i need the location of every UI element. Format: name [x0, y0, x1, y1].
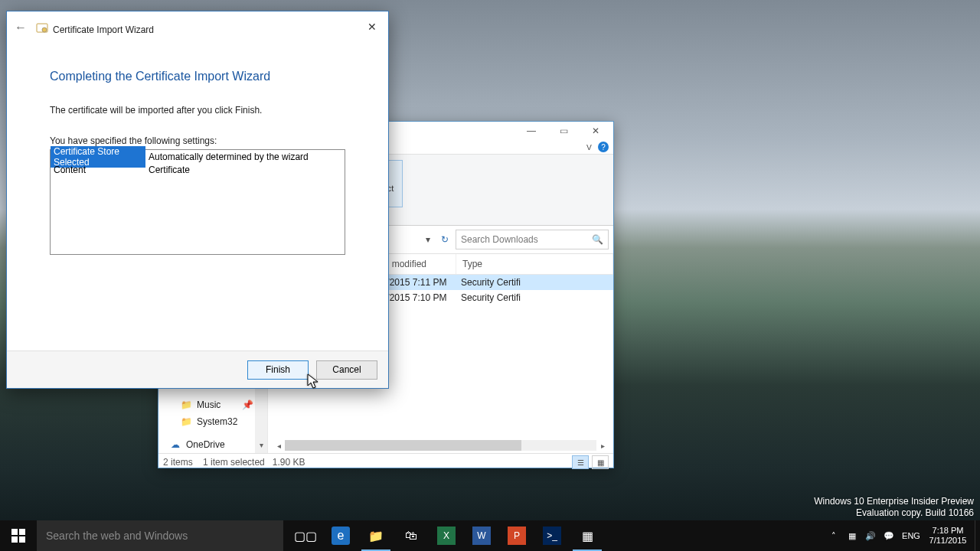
excel-icon: X — [437, 527, 456, 545]
settings-row[interactable]: Content Certificate — [51, 163, 345, 176]
details-view-button[interactable]: ☰ — [572, 455, 589, 469]
folder-icon: 📁 — [367, 527, 385, 545]
taskbar-word[interactable]: W — [464, 520, 499, 551]
icons-view-button[interactable]: ▦ — [592, 455, 609, 469]
edge-icon: e — [332, 527, 350, 545]
desktop-watermark: Windows 10 Enterprise Insider Preview Ev… — [814, 496, 974, 519]
taskbar-powerpoint[interactable]: P — [499, 520, 534, 551]
nav-item-system32[interactable]: 📁 System32 — [158, 413, 267, 430]
status-bar: 2 items 1 item selected 1.90 KB ☰ ▦ — [158, 453, 613, 471]
finish-button[interactable]: Finish — [247, 360, 309, 380]
desktop: — ▭ ✕ ᐯ ? me▾ — [0, 0, 980, 551]
task-view-button[interactable]: ▢▢ — [288, 520, 323, 551]
language-indicator[interactable]: ENG — [898, 520, 924, 551]
taskbar-store[interactable]: 🛍 — [394, 520, 429, 551]
wizard-title: Certificate Import Wizard — [36, 22, 154, 37]
address-dropdown-icon[interactable]: ▾ — [422, 234, 434, 245]
wizard-description: The certificate will be imported after y… — [50, 105, 345, 116]
close-button[interactable]: ✕ — [361, 18, 384, 36]
store-icon: 🛍 — [402, 527, 420, 545]
start-button[interactable] — [0, 520, 37, 551]
status-size: 1.90 KB — [273, 457, 305, 468]
taskbar-powershell[interactable]: >_ — [534, 520, 570, 551]
taskbar-search[interactable]: Search the web and Windows — [37, 520, 283, 551]
powerpoint-icon: P — [508, 527, 526, 545]
system-tray: ˄ ▦ 🔊 💬 ENG 7:18 PM 7/11/2015 — [825, 520, 980, 551]
nav-item-onedrive[interactable]: ☁ OneDrive — [158, 436, 267, 453]
wizard-settings-label: You have specified the following setting… — [50, 135, 345, 146]
certificate-icon — [36, 22, 48, 37]
cancel-button[interactable]: Cancel — [316, 360, 377, 380]
tray-overflow-icon[interactable]: ˄ — [825, 520, 843, 551]
show-desktop-button[interactable] — [975, 520, 980, 551]
svg-rect-8 — [11, 529, 18, 535]
svg-rect-10 — [11, 536, 18, 543]
folder-icon: 📁 — [180, 399, 192, 411]
network-icon[interactable]: ▦ — [843, 520, 861, 551]
taskbar-clock[interactable]: 7:18 PM 7/11/2015 — [924, 526, 972, 546]
minimize-button[interactable]: — — [515, 122, 547, 139]
svg-rect-11 — [19, 536, 25, 543]
maximize-button[interactable]: ▭ — [547, 122, 580, 139]
pin-icon: 📌 — [242, 399, 253, 410]
horizontal-scrollbar[interactable]: ◂▸ — [273, 439, 609, 452]
taskbar-edge[interactable]: e — [323, 520, 358, 551]
column-type[interactable]: Type — [456, 254, 613, 274]
refresh-icon[interactable]: ↻ — [439, 234, 451, 245]
close-button[interactable]: ✕ — [580, 122, 612, 139]
back-button[interactable]: ← — [15, 21, 27, 34]
settings-list[interactable]: Certificate Store Selected Automatically… — [50, 149, 345, 255]
folder-icon: 📁 — [180, 416, 192, 428]
taskbar-explorer[interactable]: 📁 — [358, 520, 394, 551]
powershell-icon: >_ — [543, 527, 561, 545]
wizard-heading: Completing the Certificate Import Wizard — [50, 70, 345, 83]
task-view-icon: ▢▢ — [296, 527, 315, 545]
app-icon: ▦ — [578, 527, 596, 545]
taskbar: Search the web and Windows ▢▢ e 📁 🛍 X W … — [0, 520, 980, 551]
svg-point-7 — [42, 28, 47, 32]
cloud-icon: ☁ — [169, 439, 181, 451]
collapse-ribbon-icon[interactable]: ᐯ — [586, 143, 592, 152]
volume-icon[interactable]: 🔊 — [861, 520, 880, 551]
taskbar-excel[interactable]: X — [429, 520, 464, 551]
status-selected: 1 item selected — [203, 457, 265, 468]
word-icon: W — [472, 527, 491, 545]
taskbar-running-app[interactable]: ▦ — [570, 520, 605, 551]
settings-row[interactable]: Certificate Store Selected Automatically… — [51, 150, 345, 163]
search-icon: 🔍 — [592, 234, 603, 245]
certificate-import-wizard: ← Certificate Import Wizard ✕ Completing… — [6, 11, 389, 389]
search-input[interactable]: Search Downloads 🔍 — [456, 230, 609, 249]
notifications-icon[interactable]: 💬 — [880, 520, 898, 551]
help-icon[interactable]: ? — [598, 142, 609, 152]
svg-rect-9 — [19, 529, 25, 535]
status-items: 2 items — [163, 457, 193, 468]
nav-item-music[interactable]: 📁 Music 📌 — [158, 396, 267, 413]
